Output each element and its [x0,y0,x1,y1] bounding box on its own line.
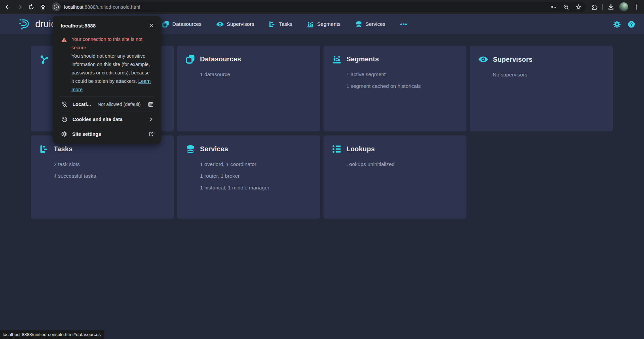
browser-toolbar: localhost:8888/unified-console.html [0,0,644,14]
profile-avatar[interactable] [619,2,628,11]
url-path: :8888/unified-console.html [83,4,140,10]
more-ellipsis-icon [400,21,407,28]
eye-icon [479,55,488,64]
nav-label: Datasources [172,21,202,27]
address-bar[interactable]: localhost:8888/unified-console.html [51,2,586,12]
card-title: Segments [346,55,379,63]
card-title: Datasources [200,55,241,63]
connection-warning-title: Your connection to this site is not secu… [71,35,153,52]
multi-select-icon [162,21,169,27]
card-lookups[interactable]: Lookups Lookups uninitialized [324,135,466,219]
nav-item-tasks[interactable]: Tasks [269,21,292,27]
home-icon [40,4,46,10]
permission-value: Not allowed (default) [98,102,141,107]
nav-label: Supervisors [227,21,254,27]
help-button[interactable]: ? [628,20,635,28]
back-button[interactable] [2,2,13,12]
stacked-chart-icon [332,55,341,64]
card-supervisors[interactable]: Supervisors No supervisors [470,46,613,131]
database-icon [355,21,362,27]
help-icon: ? [628,20,635,28]
zoom-icon[interactable] [563,4,569,10]
star-icon[interactable] [575,4,582,10]
external-link-icon [148,131,154,137]
toolbar-separator [602,4,603,10]
link-status-bar: localhost:8888/unified-console.html#data… [0,330,104,339]
card-title: Tasks [54,145,72,153]
card-stat: 1 router, 1 broker [200,170,311,182]
card-services[interactable]: Services 1 overlord, 1 coordinator 1 rou… [177,135,320,219]
svg-text:?: ? [630,22,633,27]
chevron-right-icon [148,116,154,122]
cookie-icon [61,116,68,123]
card-stat: No supervisors [493,69,603,80]
card-title: Services [200,145,228,153]
back-icon [4,4,11,10]
site-info-popup: localhost:8888 Your connection to this s… [53,16,161,144]
gantt-icon [269,21,276,27]
popup-close-button[interactable] [147,20,157,31]
url-text: localhost:8888/unified-console.html [64,4,140,10]
location-permission-row[interactable]: Locati... Not allowed (default) [53,97,161,112]
card-tasks[interactable]: Tasks 2 task slots 4 successful tasks [31,135,174,219]
nav-item-supervisors[interactable]: Supervisors [216,21,254,28]
nav-label: Tasks [279,21,292,27]
location-off-icon [61,101,68,108]
card-stat: Lookups uninitialized [346,158,457,170]
gear-icon [61,131,67,137]
site-settings-label: Site settings [72,131,101,137]
card-stat: 1 datasource [200,68,311,80]
card-datasources[interactable]: Datasources 1 datasource [177,46,320,131]
card-stat: 1 active segment [346,68,457,80]
permission-scope-button[interactable] [148,101,154,108]
card-stat: 1 overlord, 1 coordinator [200,158,311,170]
menu-kebab-icon[interactable] [633,4,640,10]
graph-icon [40,55,49,64]
extensions-icon[interactable] [591,3,598,10]
settings-gear-icon [613,20,621,28]
key-icon[interactable] [550,4,557,10]
stacked-chart-icon [307,21,314,27]
cookies-and-site-data-row[interactable]: Cookies and site data [53,112,161,127]
building-icon [148,101,154,108]
card-segments[interactable]: Segments 1 active segment 1 segment cach… [324,46,466,131]
druid-brand[interactable]: druid [18,18,56,30]
nav-item-segments[interactable]: Segments [307,21,341,27]
site-settings-row[interactable]: Site settings [53,127,161,141]
nav-items: Datasources Supervisors Tasks [162,21,407,28]
nav-label: Services [365,21,385,27]
card-stat: 1 segment cached on historicals [346,80,457,92]
eye-icon [216,21,224,28]
nav-more-button[interactable] [400,21,407,28]
warning-triangle-icon [61,37,67,43]
forward-button[interactable] [14,2,25,12]
card-title: Lookups [346,145,375,153]
nav-label: Segments [317,21,341,27]
home-button[interactable] [38,2,48,12]
close-icon [149,22,155,29]
download-icon[interactable] [607,3,614,10]
permission-label: Locati... [72,102,91,107]
settings-gear-button[interactable] [613,20,621,28]
card-stat: 4 successful tasks [54,170,164,182]
card-title: Supervisors [493,56,533,63]
connection-warning-body: You should not enter any sensitive infor… [71,52,153,94]
popup-title: localhost:8888 [61,23,96,29]
site-info-icon [53,4,59,10]
forward-icon [16,4,23,10]
database-icon [186,145,195,154]
card-stat: 2 task slots [54,158,164,170]
druid-logo-icon [18,18,31,30]
nav-item-datasources[interactable]: Datasources [162,21,202,27]
properties-icon [332,145,341,154]
reload-icon [28,4,35,10]
reload-button[interactable] [26,2,37,12]
cookies-label: Cookies and site data [72,117,122,122]
multi-select-icon [186,55,195,64]
gantt-icon [40,145,49,154]
nav-item-services[interactable]: Services [355,21,385,27]
url-host: localhost [64,4,83,10]
card-stat: 1 historical, 1 middle manager [200,182,311,193]
site-info-button[interactable] [52,2,61,11]
